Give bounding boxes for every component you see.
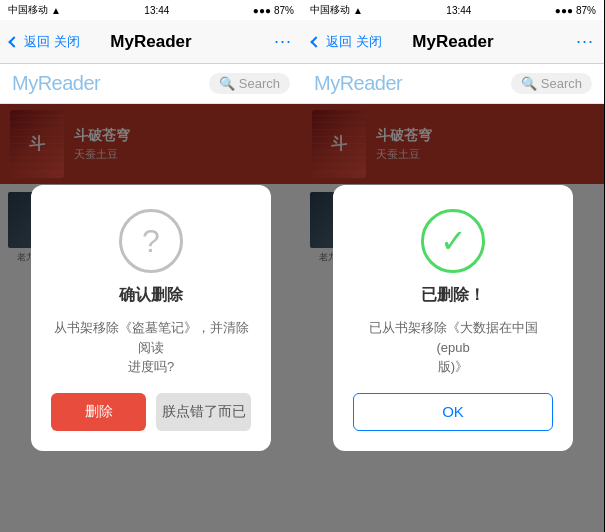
carrier-right: 中国移动 — [310, 3, 350, 17]
modal-title-left: 确认删除 — [119, 285, 183, 306]
wifi-icon-right: ▲ — [353, 5, 363, 16]
app-header-left: MyReader 🔍 Search — [0, 64, 302, 104]
signal-icon-right: ●●● — [555, 5, 573, 16]
nav-more-right[interactable]: ··· — [576, 31, 594, 52]
nav-back-left[interactable]: 返回 关闭 — [10, 33, 80, 51]
status-right-left: ●●● 87% — [253, 5, 294, 16]
chevron-left-icon-right — [310, 36, 321, 47]
modal-box-right: ✓ 已删除！ 已从书架移除《大数据在中国(epub 版)》 OK — [333, 185, 573, 451]
status-left-right: 中国移动 ▲ — [310, 3, 363, 17]
modal-overlay-right[interactable]: ✓ 已删除！ 已从书架移除《大数据在中国(epub 版)》 OK — [302, 104, 604, 532]
chevron-left-icon — [8, 36, 19, 47]
search-icon-right: 🔍 — [521, 76, 537, 91]
wifi-icon: ▲ — [51, 5, 61, 16]
status-bar-right: 中国移动 ▲ 13:44 ●●● 87% — [302, 0, 604, 20]
nav-bar-left: 返回 关闭 MyReader ··· — [0, 20, 302, 64]
modal-title-right: 已删除！ — [421, 285, 485, 306]
book-area-right: 斗 斗破苍穹 天蚕土豆 老九门 大数据在中... 点击右上角按钮添加书籍 ✓ — [302, 104, 604, 532]
search-label-right: Search — [541, 76, 582, 91]
nav-bar-right: 返回 关闭 MyReader ··· — [302, 20, 604, 64]
ok-button[interactable]: OK — [353, 393, 553, 431]
status-bar-left: 中国移动 ▲ 13:44 ●●● 87% — [0, 0, 302, 20]
nav-back-right[interactable]: 返回 关闭 — [312, 33, 382, 51]
search-button-left[interactable]: 🔍 Search — [209, 73, 290, 94]
search-icon-left: 🔍 — [219, 76, 235, 91]
nav-title-left: MyReader — [110, 32, 191, 52]
status-right-right: ●●● 87% — [555, 5, 596, 16]
status-left: 中国移动 ▲ — [8, 3, 61, 17]
modal-icon-left: ? — [119, 209, 183, 273]
back-label-left[interactable]: 返回 — [24, 33, 50, 51]
modal-body-right: 已从书架移除《大数据在中国(epub 版)》 — [353, 318, 553, 377]
checkmark-icon: ✓ — [440, 222, 467, 260]
app-logo-left: MyReader — [12, 72, 100, 95]
delete-button[interactable]: 删除 — [51, 393, 146, 431]
signal-icon: ●●● — [253, 5, 271, 16]
book-area-left: 斗 斗破苍穹 天蚕土豆 老九门 大数据在中... 点击右上角按钮添加书籍 ? — [0, 104, 302, 532]
battery-left: 87% — [274, 5, 294, 16]
carrier-left: 中国移动 — [8, 3, 48, 17]
app-logo-right: MyReader — [314, 72, 402, 95]
modal-actions-left: 删除 朕点错了而已 — [51, 393, 251, 431]
cancel-button[interactable]: 朕点错了而已 — [156, 393, 251, 431]
left-panel: 中国移动 ▲ 13:44 ●●● 87% 返回 关闭 MyReader ··· … — [0, 0, 302, 532]
time-left: 13:44 — [144, 5, 169, 16]
modal-box-left: ? 确认删除 从书架移除《盗墓笔记》，并清除阅读 进度吗? 删除 朕点错了而已 — [31, 185, 271, 451]
question-mark-icon: ? — [142, 223, 160, 260]
search-button-right[interactable]: 🔍 Search — [511, 73, 592, 94]
battery-right: 87% — [576, 5, 596, 16]
search-label-left: Search — [239, 76, 280, 91]
modal-actions-right: OK — [353, 393, 553, 431]
time-right: 13:44 — [446, 5, 471, 16]
back-label-right[interactable]: 返回 — [326, 33, 352, 51]
nav-more-left[interactable]: ··· — [274, 31, 292, 52]
modal-icon-right: ✓ — [421, 209, 485, 273]
close-label-right[interactable]: 关闭 — [356, 33, 382, 51]
right-panel: 中国移动 ▲ 13:44 ●●● 87% 返回 关闭 MyReader ··· … — [302, 0, 604, 532]
app-header-right: MyReader 🔍 Search — [302, 64, 604, 104]
close-label-left[interactable]: 关闭 — [54, 33, 80, 51]
modal-body-left: 从书架移除《盗墓笔记》，并清除阅读 进度吗? — [51, 318, 251, 377]
nav-title-right: MyReader — [412, 32, 493, 52]
modal-overlay-left[interactable]: ? 确认删除 从书架移除《盗墓笔记》，并清除阅读 进度吗? 删除 朕点错了而已 — [0, 104, 302, 532]
